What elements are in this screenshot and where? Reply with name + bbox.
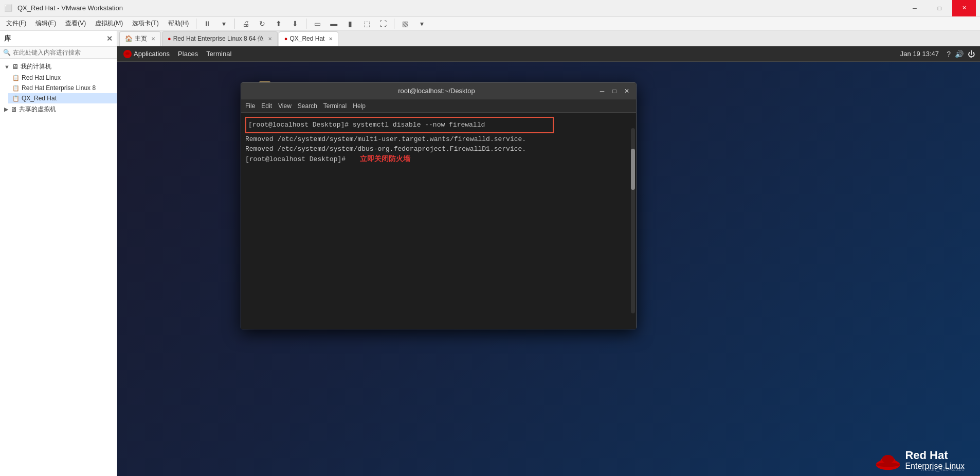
layout-btn-2[interactable]: ▬ <box>326 18 341 29</box>
display-dropdown[interactable]: ▾ <box>414 18 429 29</box>
terminal-window[interactable]: root@localhost:~/Desktop ─ □ ✕ File Edit… <box>241 82 637 329</box>
vmware-icon: ⬜ <box>4 4 12 12</box>
terminal-menu-edit[interactable]: Edit <box>261 102 272 110</box>
menu-file[interactable]: 文件(F) <box>2 17 30 30</box>
sidebar-item-rhel8[interactable]: 📋 Red Hat Enterprise Linux 8 <box>8 83 117 93</box>
content-area: 🏠 主页 ✕ ● Red Hat Enterprise Linux 8 64 位… <box>117 31 980 476</box>
upload-button[interactable]: ⬆ <box>271 18 286 29</box>
terminal-scrollbar-thumb[interactable] <box>631 149 635 190</box>
print-button[interactable]: 🖨 <box>238 18 253 29</box>
question-icon[interactable]: ? <box>947 50 951 58</box>
vm-icon-1: 📋 <box>12 75 20 81</box>
sidebar-header: 库 ✕ <box>0 31 117 47</box>
tab-home-close[interactable]: ✕ <box>151 36 155 42</box>
terminal-title: root@localhost:~/Desktop <box>276 87 597 95</box>
download-button[interactable]: ⬇ <box>287 18 303 29</box>
tab-qxredhat-icon: ● <box>284 36 288 42</box>
vmware-titlebar: ⬜ QX_Red Hat - VMware Workstation ─ □ ✕ <box>0 0 980 16</box>
vm-icon-3: 📋 <box>12 95 20 102</box>
menu-edit[interactable]: 编辑(E) <box>31 17 60 30</box>
redhat-hat-icon <box>123 50 132 58</box>
main-area: 库 ✕ 🔍 ▼ 🖥 我的计算机 📋 Red Hat Linux 📋 Red <box>0 31 980 476</box>
close-button[interactable]: ✕ <box>952 0 976 16</box>
home-icon: 🏠 <box>125 35 133 42</box>
layout-btn-1[interactable]: ▭ <box>310 18 325 29</box>
shared-icon: 🖥 <box>10 105 17 113</box>
menu-vm[interactable]: 虚拟机(M) <box>91 17 127 30</box>
layout-btn-4[interactable]: ⬚ <box>359 18 374 29</box>
desktop-area[interactable]: 🏠 root <box>117 62 980 476</box>
svg-point-5 <box>876 463 900 467</box>
terminal-menu-help[interactable]: Help <box>353 102 366 110</box>
rhel8-label: Red Hat Enterprise Linux 8 <box>22 84 96 92</box>
tab-rhel8-close[interactable]: ✕ <box>268 36 272 42</box>
terminal-close-button[interactable]: ✕ <box>622 86 632 96</box>
tab-qxredhat-close[interactable]: ✕ <box>329 36 333 42</box>
gnome-terminal[interactable]: Terminal <box>206 50 231 58</box>
terminal-highlight-box: [root@localhost Desktop]# systemctl disa… <box>245 117 554 133</box>
terminal-line-3: Removed /etc/systemd/system/dbus-org.fed… <box>245 144 632 154</box>
terminal-line-1: [root@localhost Desktop]# systemctl disa… <box>248 120 551 130</box>
terminal-menu-terminal[interactable]: Terminal <box>323 102 347 110</box>
pause-button[interactable]: ⏸ <box>199 18 215 29</box>
search-input[interactable] <box>13 49 114 56</box>
vmware-title: QX_Red Hat - VMware Workstation <box>15 4 903 12</box>
refresh-button[interactable]: ↻ <box>255 18 270 29</box>
computer-icon: 🖥 <box>12 63 19 70</box>
terminal-maximize-button[interactable]: □ <box>609 86 620 96</box>
sidebar-item-qxredhat[interactable]: 📋 QX_Red Hat <box>8 93 117 103</box>
expand-icon-2: ▶ <box>4 106 8 113</box>
tree-children: 📋 Red Hat Linux 📋 Red Hat Enterprise Lin… <box>0 73 117 103</box>
gnome-topbar: Applications Places Terminal Jan 19 13:4… <box>117 46 980 62</box>
sidebar-item-shared-vms[interactable]: ▶ 🖥 共享的虚拟机 <box>0 103 117 115</box>
terminal-minimize-button[interactable]: ─ <box>597 86 607 96</box>
terminal-menu-view[interactable]: View <box>278 102 292 110</box>
terminal-menu-file[interactable]: File <box>245 102 255 110</box>
terminal-last-line-row: [root@localhost Desktop]# 立即关闭防火墙 <box>245 154 632 165</box>
menu-view[interactable]: 查看(V) <box>61 17 90 30</box>
svg-point-1 <box>125 52 130 55</box>
terminal-menu-search[interactable]: Search <box>298 102 317 110</box>
gnome-clock: Jan 19 13:47 <box>900 50 939 58</box>
gnome-places[interactable]: Places <box>178 50 198 58</box>
tab-home[interactable]: 🏠 主页 ✕ <box>119 31 161 46</box>
gnome-apps-button[interactable]: Applications <box>123 50 170 58</box>
menu-help[interactable]: 帮助(H) <box>164 17 193 30</box>
tab-rhel8[interactable]: ● Red Hat Enterprise Linux 8 64 位 ✕ <box>162 31 278 46</box>
toolbar-separator-2 <box>234 19 235 29</box>
expand-icon: ▼ <box>4 64 10 70</box>
qxredhat-label: QX_Red Hat <box>22 95 57 102</box>
sidebar: 库 ✕ 🔍 ▼ 🖥 我的计算机 📋 Red Hat Linux 📋 Red <box>0 31 117 476</box>
volume-icon[interactable]: 🔊 <box>955 50 964 58</box>
sidebar-close-icon[interactable]: ✕ <box>106 34 113 43</box>
layout-btn-3[interactable]: ▮ <box>342 18 358 29</box>
terminal-titlebar: root@localhost:~/Desktop ─ □ ✕ <box>241 83 636 99</box>
svg-point-4 <box>882 455 894 464</box>
shared-vms-label: 共享的虚拟机 <box>19 105 56 114</box>
fullscreen-button[interactable]: ⛶ <box>375 18 391 29</box>
tab-qxredhat-label: QX_Red Hat <box>289 35 324 42</box>
sidebar-item-redhat-linux[interactable]: 📋 Red Hat Linux <box>8 73 117 83</box>
terminal-body[interactable]: [root@localhost Desktop]# systemctl disa… <box>241 113 636 329</box>
window-controls: ─ □ ✕ <box>903 0 976 16</box>
vm-display[interactable]: Applications Places Terminal Jan 19 13:4… <box>117 46 980 476</box>
sidebar-item-my-computer[interactable]: ▼ 🖥 我的计算机 <box>0 61 117 73</box>
terminal-scrollbar[interactable] <box>631 128 635 313</box>
tab-home-label: 主页 <box>135 34 147 43</box>
power-icon[interactable]: ⏻ <box>968 50 975 58</box>
redhat-hat-logo <box>875 450 901 470</box>
vmware-menubar: 文件(F) 编辑(E) 查看(V) 虚拟机(M) 选项卡(T) 帮助(H) ⏸ … <box>0 16 980 31</box>
tab-qxredhat[interactable]: ● QX_Red Hat ✕ <box>279 31 339 46</box>
menu-tabs[interactable]: 选项卡(T) <box>128 17 162 30</box>
redhat-linux-label: Red Hat Linux <box>22 74 61 81</box>
sidebar-search-area: 🔍 <box>0 47 117 59</box>
apps-label: Applications <box>134 50 170 58</box>
terminal-line-4: [root@localhost Desktop]# <box>245 154 350 165</box>
watermark: weixin_42042926 <box>920 466 965 472</box>
display-btn[interactable]: ▧ <box>397 18 413 29</box>
minimize-button[interactable]: ─ <box>903 0 927 16</box>
maximize-button[interactable]: □ <box>928 0 951 16</box>
tab-rhel8-icon: ● <box>168 36 171 42</box>
toolbar-dropdown[interactable]: ▾ <box>216 18 231 29</box>
toolbar-separator <box>196 19 196 29</box>
